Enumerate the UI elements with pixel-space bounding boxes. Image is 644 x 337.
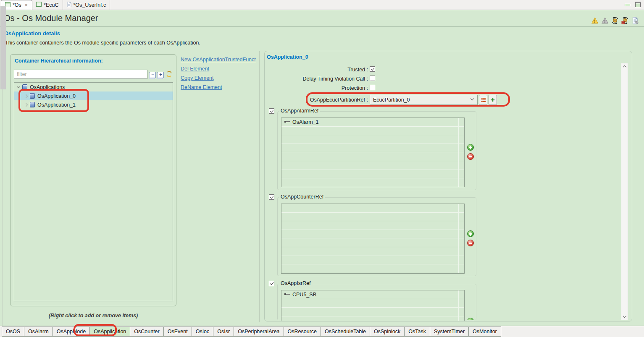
table-row [281, 152, 464, 161]
table-row [281, 213, 464, 222]
table-row[interactable]: CPU5_SB [281, 290, 464, 299]
generate-gear-icon[interactable] [621, 17, 629, 24]
module-tab-osresource[interactable]: OsResource [284, 327, 321, 337]
table-row[interactable]: OsAlarm_1 [281, 118, 464, 127]
expand-all-icon[interactable]: + [158, 72, 164, 78]
tree-node-osapplication_0[interactable]: OsApplication_0 [14, 91, 173, 100]
container-hierarchy-title: Container Hierarchical information: [15, 58, 103, 64]
warning-gray-icon[interactable] [601, 17, 609, 24]
minimize-icon[interactable] [625, 4, 630, 6]
scroll-down-icon[interactable] [623, 314, 626, 318]
table-row [281, 230, 464, 239]
table-row [281, 161, 464, 170]
close-icon[interactable]: ✕ [24, 3, 28, 8]
scrollbar-thumb[interactable] [0, 6, 6, 89]
remove-reference-button[interactable] [467, 153, 474, 160]
document-gear-icon[interactable] [631, 17, 639, 24]
chevron-down-icon[interactable] [471, 97, 474, 100]
table-column-line [458, 118, 459, 187]
table-row [281, 144, 464, 153]
checkbox-trusted-[interactable] [370, 66, 375, 72]
ref-field-label: OsAppEcucPartitionRef : [260, 97, 368, 103]
action-link-copy-element[interactable]: Copy Element [181, 73, 259, 83]
details-heading: OsApplication details [4, 30, 60, 37]
field-label: Delay Timing Violation Call : [260, 76, 368, 82]
tree-node-label: OsApplication_1 [37, 102, 76, 108]
module-tab-systemtimer[interactable]: SystemTimer [430, 327, 469, 337]
ref-table-osappisrref[interactable]: CPU5_SB [281, 290, 465, 321]
module-tab-osperipheralarea[interactable]: OsPeripheralArea [234, 327, 284, 337]
checkbox-osappalarmref[interactable] [269, 108, 274, 114]
add-reference-button[interactable] [467, 230, 474, 237]
scroll-up-icon[interactable] [623, 65, 626, 69]
action-link-rename-element[interactable]: ReName Element [181, 83, 259, 92]
module-tab-osos[interactable]: OsOS [2, 327, 24, 337]
module-tab-osisr[interactable]: OsIsr [213, 327, 234, 337]
table-row [281, 221, 464, 230]
header-toolbar [591, 17, 639, 24]
module-tab-osmonitor[interactable]: OsMonitor [468, 327, 501, 337]
ref-list-button[interactable] [479, 95, 487, 105]
reference-item-icon [284, 120, 290, 123]
tree-node-label: OsApplication_0 [37, 93, 76, 99]
field-label: Protection : [260, 85, 368, 91]
warning-yellow-icon[interactable] [591, 17, 599, 24]
add-reference-button-clipped[interactable] [467, 318, 474, 320]
container-node-icon [22, 84, 27, 90]
table-row [281, 178, 464, 187]
module-tab-ostask[interactable]: OsTask [404, 327, 430, 337]
checkbox-osappcounterref[interactable] [269, 194, 274, 200]
module-tab-osscheduletable[interactable]: OsScheduleTable [321, 327, 370, 337]
action-link-new-osapplicationtrustedfunct[interactable]: New OsApplicationTrustedFunct [181, 55, 259, 64]
container-node-icon [30, 102, 35, 107]
os-module-manager-window: { "window": {"controls": ["minimize-icon… [0, 0, 644, 337]
module-tab-osapplication[interactable]: OsApplication [89, 327, 130, 337]
section-label-osappcounterref: OsAppCounterRef [279, 194, 325, 200]
chevron-right-icon[interactable] [24, 103, 28, 106]
hierarchy-tree[interactable]: OsApplicationsOsApplication_0OsApplicati… [14, 82, 173, 301]
collapse-all-icon[interactable]: − [150, 72, 156, 78]
module-tab-oscounter[interactable]: OsCounter [130, 327, 163, 337]
reference-item-icon [284, 293, 290, 295]
validate-gear-icon[interactable] [611, 17, 619, 24]
refresh-icon[interactable] [166, 71, 173, 79]
module-tab-osalarm[interactable]: OsAlarm [24, 327, 53, 337]
section-label-osappisrref: OsAppIsrRef [279, 280, 313, 286]
table-row [281, 204, 464, 213]
table-row [281, 170, 464, 179]
table-row [281, 308, 464, 316]
filter-input[interactable] [14, 70, 147, 79]
chevron-down-icon[interactable] [17, 85, 20, 88]
editor-tab-label: *EcuC [44, 2, 58, 8]
list-icon [481, 98, 486, 102]
tree-node-osapplication_1[interactable]: OsApplication_1 [14, 100, 173, 109]
ref-table-osappcounterref[interactable] [281, 204, 465, 274]
add-reference-button[interactable] [467, 144, 474, 151]
table-row [281, 247, 464, 256]
remove-reference-button[interactable] [467, 240, 474, 246]
table-row [281, 316, 464, 321]
tree-node-root[interactable]: OsApplications [14, 83, 173, 91]
module-tab-osappmode[interactable]: OsAppMode [53, 327, 90, 337]
editor-tab-osuserinfc[interactable]: *Os_UserInf.c [63, 0, 110, 10]
editor-tab-ecuc[interactable]: *EcuC [32, 0, 63, 10]
vertical-scrollbar[interactable] [621, 63, 628, 320]
window-controls [625, 2, 641, 7]
table-row [281, 264, 464, 273]
checkbox-protection-[interactable] [370, 85, 375, 90]
checkbox-delay-timing-violation-call-[interactable] [370, 76, 375, 81]
ref-table-osappalarmref[interactable]: OsAlarm_1 [281, 118, 465, 187]
checkbox-osappisrref[interactable] [269, 281, 274, 286]
ref-add-button[interactable]: + [489, 95, 497, 105]
combobox-value: EcucPartition_0 [373, 97, 410, 103]
ecuc-partition-ref-combobox[interactable]: EcucPartition_0 [370, 95, 478, 105]
table-row [281, 299, 464, 308]
chevron-right-icon[interactable] [24, 94, 28, 97]
module-tab-osioc[interactable]: OsIoc [192, 327, 214, 337]
module-tab-osevent[interactable]: OsEvent [163, 327, 192, 337]
module-tab-osspinlock[interactable]: OsSpinlock [370, 327, 405, 337]
action-link-del-element[interactable]: Del Element [181, 64, 259, 73]
title-header: Os - Os Module Manager [0, 10, 644, 27]
table-row [281, 127, 464, 136]
maximize-icon[interactable] [635, 2, 641, 7]
